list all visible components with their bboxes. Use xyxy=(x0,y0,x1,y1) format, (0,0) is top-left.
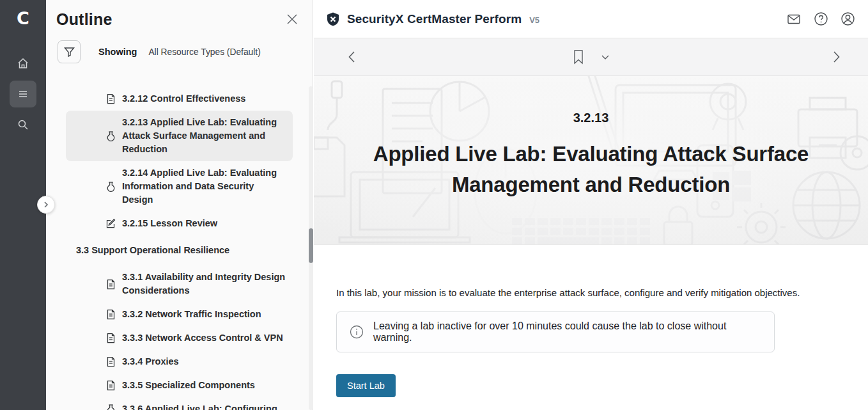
product-title: SecurityX CertMaster Perform xyxy=(347,12,522,26)
lesson-toolbar xyxy=(314,38,868,76)
outline-item[interactable]: 3.2.14 Applied Live Lab: Evaluating Info… xyxy=(99,161,293,212)
lab-flask-icon xyxy=(105,404,116,410)
outline-list: 3.2.12 Control Effectiveness3.2.13 Appli… xyxy=(66,87,293,410)
start-lab-button[interactable]: Start Lab xyxy=(336,374,396,397)
outline-title: Outline xyxy=(56,10,112,29)
search-icon xyxy=(17,118,29,131)
outline-item[interactable]: 3.3.1 Availability and Integrity Design … xyxy=(99,265,293,303)
lab-flask-icon xyxy=(105,181,116,192)
lesson-body: In this lab, your mission is to evaluate… xyxy=(314,245,868,397)
next-page-button[interactable] xyxy=(832,51,841,63)
menu-icon xyxy=(17,88,29,100)
outline-item-label: 3.2.15 Lesson Review xyxy=(122,217,217,230)
filter-value: All Resource Types (Default) xyxy=(148,47,260,57)
outline-item-label: 3.3.4 Proxies xyxy=(122,355,179,368)
lesson-review-icon xyxy=(105,218,116,229)
outline-section-heading: 3.3 Support Operational Resilience xyxy=(76,244,293,257)
info-icon xyxy=(350,325,364,339)
document-icon xyxy=(105,279,116,290)
previous-page-button[interactable] xyxy=(347,51,356,63)
outline-item-label: 3.2.14 Applied Live Lab: Evaluating Info… xyxy=(122,166,286,207)
outline-item-label: 3.3.5 Specialized Components xyxy=(122,379,255,392)
scrollbar-thumb[interactable] xyxy=(309,228,313,263)
lesson-number: 3.2.13 xyxy=(314,111,868,125)
search-button[interactable] xyxy=(10,111,36,138)
lab-flask-icon xyxy=(105,130,116,141)
messages-button[interactable] xyxy=(786,12,802,27)
outline-item[interactable]: 3.3.3 Network Access Control & VPN xyxy=(99,326,293,350)
outline-scrollbar[interactable] xyxy=(309,86,313,410)
outline-item[interactable]: 3.2.15 Lesson Review xyxy=(99,212,293,235)
outline-item-label: 3.3.6 Applied Live Lab: Configuring xyxy=(122,402,277,410)
close-icon xyxy=(286,13,298,26)
filter-funnel-icon xyxy=(64,47,75,58)
notice-text: Leaving a lab inactive for over 10 minut… xyxy=(373,320,761,343)
chevron-left-icon xyxy=(347,51,356,63)
bookmark-icon xyxy=(573,49,584,65)
product-version: V5 xyxy=(529,15,539,25)
comptia-logo[interactable]: C xyxy=(17,8,29,29)
outline-item-label: 3.2.13 Applied Live Lab: Evaluating Atta… xyxy=(122,116,286,156)
outline-item[interactable]: 3.3.6 Applied Live Lab: Configuring xyxy=(99,397,293,410)
outline-item-label: 3.3.3 Network Access Control & VPN xyxy=(122,331,283,345)
lesson-description: In this lab, your mission is to evaluate… xyxy=(336,287,868,298)
outline-menu-button[interactable] xyxy=(10,81,36,107)
showing-label: Showing xyxy=(98,47,137,57)
outline-item[interactable]: 3.3.5 Specialized Components xyxy=(99,374,293,397)
outline-item[interactable]: 3.2.12 Control Effectiveness xyxy=(99,87,293,111)
home-icon xyxy=(17,57,29,70)
document-icon xyxy=(105,333,116,343)
lesson-hero-banner: 3.2.13 Applied Live Lab: Evaluating Atta… xyxy=(314,76,868,245)
inactivity-notice: Leaving a lab inactive for over 10 minut… xyxy=(336,311,775,352)
outline-item-selected[interactable]: 3.2.13 Applied Live Lab: Evaluating Atta… xyxy=(66,111,293,161)
chevron-right-icon xyxy=(42,201,50,209)
outline-item[interactable]: 3.3.4 Proxies xyxy=(99,350,293,374)
home-button[interactable] xyxy=(10,50,36,77)
close-outline-button[interactable] xyxy=(286,13,298,28)
outline-item-label: 3.2.12 Control Effectiveness xyxy=(122,92,245,106)
bookmark-menu-button[interactable] xyxy=(601,54,610,60)
document-icon xyxy=(105,356,116,367)
mail-icon xyxy=(786,12,802,27)
filter-button[interactable] xyxy=(58,40,81,63)
chevron-right-icon xyxy=(832,51,841,63)
bookmark-button[interactable] xyxy=(573,49,584,65)
help-icon xyxy=(814,12,828,26)
securityx-shield-icon xyxy=(325,12,341,27)
outline-item-label: 3.3.1 Availability and Integrity Design … xyxy=(122,271,286,297)
help-button[interactable] xyxy=(814,12,828,26)
chevron-down-icon xyxy=(601,54,610,60)
product-header: SecurityX CertMaster Perform V5 xyxy=(314,0,868,38)
document-icon xyxy=(105,93,116,104)
outline-item-label: 3.3.2 Network Traffic Inspection xyxy=(122,308,261,321)
document-icon xyxy=(105,309,116,320)
main-pane: SecurityX CertMaster Perform V5 xyxy=(314,0,868,410)
lesson-title: Applied Live Lab: Evaluating Attack Surf… xyxy=(364,139,818,200)
account-button[interactable] xyxy=(841,12,855,26)
outline-panel: Outline Showing All Resource Types (Defa… xyxy=(46,0,313,410)
expand-panel-button[interactable] xyxy=(37,196,55,214)
document-icon xyxy=(105,380,116,391)
outline-item[interactable]: 3.3.2 Network Traffic Inspection xyxy=(99,303,293,326)
account-icon xyxy=(841,12,855,26)
